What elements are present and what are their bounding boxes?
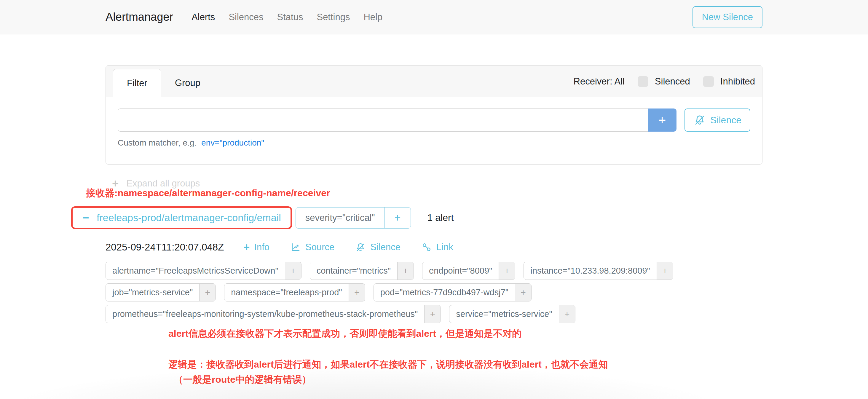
severity-matcher-tag: severity="critical" + bbox=[296, 207, 411, 228]
tab-filter[interactable]: Filter bbox=[113, 69, 161, 97]
label-add-button[interactable]: + bbox=[559, 305, 575, 323]
label-tag-pod: pod="metrics-77d9cdb497-wdsj7" + bbox=[374, 283, 531, 302]
silence-filter-button[interactable]: Silence bbox=[684, 109, 750, 132]
matcher-input-group: + bbox=[118, 109, 677, 132]
inhibited-filter[interactable]: Inhibited bbox=[703, 76, 755, 87]
label-text: endpoint="8009" bbox=[423, 262, 499, 280]
label-tag-instance: instance="10.233.98.209:8009" + bbox=[524, 262, 673, 280]
label-add-button[interactable]: + bbox=[199, 284, 216, 301]
label-tag-prometheus: prometheus="freeleaps-monitoring-system/… bbox=[105, 305, 441, 323]
filter-card-body: + Silence Custom matcher, e.g. env="prod… bbox=[106, 97, 762, 164]
receiver-highlight-box: − freeleaps-prod/alertmanager-config/ema… bbox=[71, 206, 292, 229]
inhibited-checkbox[interactable] bbox=[703, 76, 714, 87]
main-content: Filter Group Receiver: All Silenced Inhi… bbox=[0, 65, 868, 387]
logic-annotation-text: 逻辑是：接收器收到alert后进行通知，如果alert不在接收器下，说明接收器没… bbox=[168, 357, 763, 387]
plus-icon: + bbox=[243, 242, 250, 252]
alert-link-button[interactable]: Link bbox=[421, 242, 453, 252]
silenced-checkbox[interactable] bbox=[638, 76, 648, 87]
label-text: pod="metrics-77d9cdb497-wdsj7" bbox=[374, 284, 515, 301]
alert-group-row: − freeleaps-prod/alertmanager-config/ema… bbox=[71, 206, 763, 229]
alert-annotation-text: alert信息必须在接收器下才表示配置成功，否则即使能看到alert，但是通知是… bbox=[168, 327, 763, 340]
label-tag-job: job="metrics-service" + bbox=[105, 283, 216, 302]
receiver-annotation-text: 接收器:namespace/altermanager-config-name/r… bbox=[86, 187, 330, 200]
logic-annotation-line2: （一般是route中的逻辑有错误） bbox=[168, 372, 763, 387]
add-matcher-button[interactable]: + bbox=[648, 109, 677, 132]
label-text: alertname="FreeleapsMetricsServiceDown" bbox=[106, 262, 285, 280]
receiver-group-label: freeleaps-prod/alertmanager-config/email bbox=[97, 212, 281, 223]
labels-row: job="metrics-service" + namespace="freel… bbox=[105, 283, 763, 302]
collapse-icon: − bbox=[83, 213, 89, 223]
filter-tabs: Filter Group bbox=[113, 69, 214, 97]
matcher-helper-text: Custom matcher, e.g. bbox=[118, 138, 196, 148]
silenced-filter[interactable]: Silenced bbox=[638, 76, 690, 87]
alert-count-text: 1 alert bbox=[428, 212, 454, 223]
groups-section: + Expand all groups 接收器:namespace/alterm… bbox=[105, 178, 763, 387]
alert-block: 2025-09-24T11:20:07.048Z + Info Source bbox=[105, 242, 763, 387]
alert-info-label: Info bbox=[254, 242, 270, 252]
label-add-button[interactable]: + bbox=[397, 262, 413, 280]
alert-timestamp: 2025-09-24T11:20:07.048Z bbox=[105, 242, 224, 253]
alert-link-label: Link bbox=[436, 242, 453, 252]
bell-slash-icon bbox=[693, 114, 706, 126]
nav-item-alerts[interactable]: Alerts bbox=[191, 12, 215, 23]
severity-matcher-label: severity="critical" bbox=[296, 208, 384, 228]
label-tag-container: container="metrics" + bbox=[310, 262, 414, 280]
silenced-label: Silenced bbox=[655, 76, 690, 87]
filter-card: Filter Group Receiver: All Silenced Inhi… bbox=[105, 65, 763, 164]
alert-source-link[interactable]: Source bbox=[290, 242, 334, 252]
app-brand[interactable]: Alertmanager bbox=[105, 11, 173, 23]
matcher-row: + Silence bbox=[118, 109, 750, 132]
label-text: service="metrics-service" bbox=[450, 305, 559, 323]
label-add-button[interactable]: + bbox=[657, 262, 673, 280]
label-tag-alertname: alertname="FreeleapsMetricsServiceDown" … bbox=[105, 262, 302, 280]
label-add-button[interactable]: + bbox=[515, 284, 531, 301]
label-text: instance="10.233.98.209:8009" bbox=[524, 262, 657, 280]
alert-labels: alertname="FreeleapsMetricsServiceDown" … bbox=[105, 262, 763, 323]
alert-header: 2025-09-24T11:20:07.048Z + Info Source bbox=[105, 242, 763, 253]
label-tag-endpoint: endpoint="8009" + bbox=[422, 262, 515, 280]
silence-filter-label: Silence bbox=[710, 115, 741, 126]
logic-annotation-line1: 逻辑是：接收器收到alert后进行通知，如果alert不在接收器下，说明接收器没… bbox=[168, 357, 763, 372]
labels-row: alertname="FreeleapsMetricsServiceDown" … bbox=[105, 262, 763, 280]
receiver-filter-label[interactable]: Receiver: All bbox=[574, 76, 625, 87]
alert-silence-button[interactable]: Silence bbox=[355, 242, 401, 252]
filter-card-header: Filter Group Receiver: All Silenced Inhi… bbox=[106, 65, 762, 97]
matcher-example-link[interactable]: env="production" bbox=[201, 138, 264, 148]
label-text: job="metrics-service" bbox=[106, 284, 199, 301]
nav-item-status[interactable]: Status bbox=[277, 12, 303, 23]
alert-info-button[interactable]: + Info bbox=[243, 242, 270, 252]
label-add-button[interactable]: + bbox=[349, 284, 365, 301]
label-add-button[interactable]: + bbox=[499, 262, 515, 280]
navbar: Alertmanager Alerts Silences Status Sett… bbox=[0, 0, 868, 34]
label-text: container="metrics" bbox=[310, 262, 397, 280]
label-tag-service: service="metrics-service" + bbox=[449, 305, 575, 323]
alert-silence-label: Silence bbox=[370, 242, 401, 252]
nav-item-settings[interactable]: Settings bbox=[317, 12, 350, 23]
bell-slash-icon bbox=[355, 242, 366, 252]
alert-source-label: Source bbox=[305, 242, 334, 252]
new-silence-button[interactable]: New Silence bbox=[692, 6, 763, 28]
label-add-button[interactable]: + bbox=[285, 262, 301, 280]
chart-line-icon bbox=[290, 242, 301, 252]
matcher-helper: Custom matcher, e.g. env="production" bbox=[118, 138, 750, 148]
label-text: namespace="freeleaps-prod" bbox=[224, 284, 348, 301]
inhibited-label: Inhibited bbox=[720, 76, 755, 87]
nav-item-help[interactable]: Help bbox=[364, 12, 382, 23]
filter-header-controls: Receiver: All Silenced Inhibited bbox=[574, 69, 755, 97]
link-icon bbox=[421, 242, 432, 252]
label-text: prometheus="freeleaps-monitoring-system/… bbox=[106, 305, 424, 323]
severity-add-button[interactable]: + bbox=[384, 208, 410, 228]
label-tag-namespace: namespace="freeleaps-prod" + bbox=[224, 283, 365, 302]
receiver-group-button[interactable]: − freeleaps-prod/alertmanager-config/ema… bbox=[75, 210, 288, 226]
nav-item-silences[interactable]: Silences bbox=[228, 12, 263, 23]
labels-row: prometheus="freeleaps-monitoring-system/… bbox=[105, 305, 763, 323]
nav-links: Alerts Silences Status Settings Help bbox=[191, 12, 382, 23]
tab-group[interactable]: Group bbox=[161, 69, 214, 97]
matcher-input[interactable] bbox=[118, 109, 648, 132]
label-add-button[interactable]: + bbox=[424, 305, 440, 323]
